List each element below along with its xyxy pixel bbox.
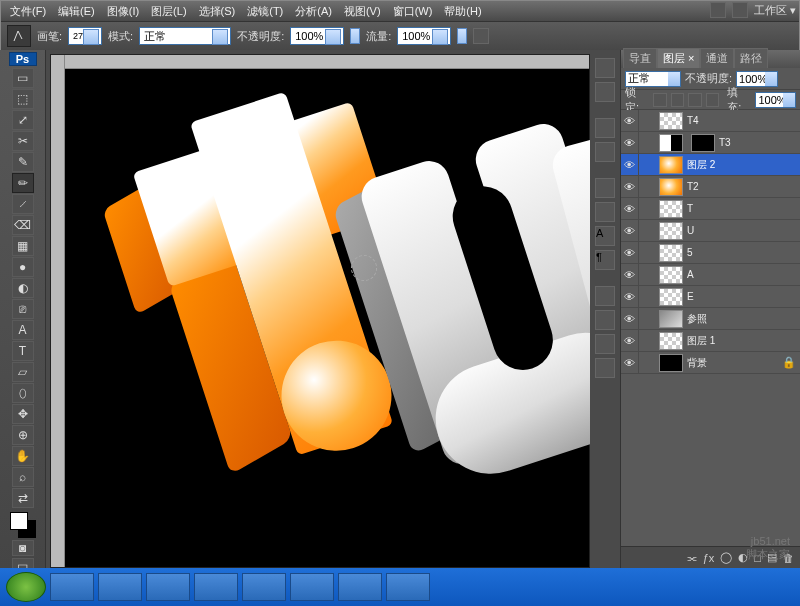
visibility-icon[interactable]: 👁 (621, 198, 639, 220)
workspace-menu[interactable]: 工作区 ▾ (754, 3, 796, 18)
opacity-stepper[interactable] (350, 28, 360, 44)
tool-16[interactable]: ✥ (12, 404, 34, 424)
visibility-icon[interactable]: 👁 (621, 308, 639, 330)
layer-row[interactable]: 👁T4 (621, 110, 800, 132)
color-icon[interactable] (595, 82, 615, 102)
navigator-icon[interactable] (595, 58, 615, 78)
layer-row[interactable]: 👁U (621, 220, 800, 242)
swatches-icon[interactable] (595, 118, 615, 138)
tab-navigator[interactable]: 导直 (623, 48, 657, 68)
menu-help[interactable]: 帮助(H) (439, 2, 486, 21)
color-swatches[interactable]: ◙ ▭ (10, 512, 36, 574)
menu-select[interactable]: 选择(S) (194, 2, 241, 21)
tool-10[interactable]: ◐ (12, 278, 34, 298)
menu-image[interactable]: 图像(I) (102, 2, 144, 21)
tool-1[interactable]: ⬚ (12, 89, 34, 109)
menu-window[interactable]: 窗口(W) (388, 2, 438, 21)
quickmask-icon[interactable]: ◙ (12, 540, 34, 556)
tool-8[interactable]: ▦ (12, 236, 34, 256)
tool-3[interactable]: ✂ (12, 131, 34, 151)
visibility-icon[interactable]: 👁 (621, 330, 639, 352)
tool-20[interactable]: ⇄ (12, 488, 34, 508)
actions-icon[interactable] (595, 202, 615, 222)
tool-11[interactable]: ⎚ (12, 299, 34, 319)
layer-fx-icon[interactable]: ƒx (703, 552, 715, 564)
tool-15[interactable]: ⬯ (12, 383, 34, 403)
tool-0[interactable]: ▭ (12, 68, 34, 88)
taskbar-item[interactable] (338, 573, 382, 601)
visibility-icon[interactable]: 👁 (621, 132, 639, 154)
current-tool-icon[interactable] (7, 25, 31, 47)
layercomp-icon[interactable] (595, 358, 615, 378)
visibility-icon[interactable]: 👁 (621, 110, 639, 132)
blend-mode-select[interactable]: 正常 (625, 71, 681, 87)
layer-row[interactable]: 👁T (621, 198, 800, 220)
flow-stepper[interactable] (457, 28, 467, 44)
tab-layers[interactable]: 图层 × (657, 48, 700, 68)
tool-presets-icon[interactable] (595, 334, 615, 354)
taskbar-item[interactable] (146, 573, 190, 601)
tool-4[interactable]: ✎ (12, 152, 34, 172)
visibility-icon[interactable]: 👁 (621, 264, 639, 286)
fill-field[interactable]: 100% (755, 92, 796, 108)
lock-trans-icon[interactable] (653, 93, 667, 107)
mode-select[interactable]: 正常 (139, 27, 231, 45)
fg-swatch[interactable] (10, 512, 28, 530)
lock-pixels-icon[interactable] (671, 93, 685, 107)
arrange-icon[interactable] (732, 2, 748, 18)
tool-6[interactable]: ⟋ (12, 194, 34, 214)
layer-row[interactable]: 👁A (621, 264, 800, 286)
visibility-icon[interactable]: 👁 (621, 176, 639, 198)
layer-row[interactable]: 👁T2 (621, 176, 800, 198)
visibility-icon[interactable]: 👁 (621, 220, 639, 242)
visibility-icon[interactable]: 👁 (621, 286, 639, 308)
history-icon[interactable] (595, 178, 615, 198)
tool-14[interactable]: ▱ (12, 362, 34, 382)
tool-12[interactable]: A (12, 320, 34, 340)
brushes-icon[interactable] (595, 286, 615, 306)
tool-19[interactable]: ⌕ (12, 467, 34, 487)
tool-17[interactable]: ⊕ (12, 425, 34, 445)
layer-row[interactable]: 👁图层 2 (621, 154, 800, 176)
visibility-icon[interactable]: 👁 (621, 242, 639, 264)
tab-channels[interactable]: 通道 (700, 48, 734, 68)
airbrush-icon[interactable] (473, 28, 489, 44)
flow-field[interactable]: 100% (397, 27, 451, 45)
tool-18[interactable]: ✋ (12, 446, 34, 466)
layer-row[interactable]: 👁E (621, 286, 800, 308)
styles-icon[interactable] (595, 142, 615, 162)
char-icon[interactable]: A (595, 226, 615, 246)
layer-mask-icon[interactable]: ◯ (720, 551, 732, 564)
taskbar-item[interactable] (242, 573, 286, 601)
tool-2[interactable]: ⤢ (12, 110, 34, 130)
layer-row[interactable]: 👁图层 1 (621, 330, 800, 352)
taskbar-item[interactable] (98, 573, 142, 601)
layer-opacity-field[interactable]: 100% (736, 71, 778, 87)
taskbar-item[interactable] (386, 573, 430, 601)
menu-filter[interactable]: 滤镜(T) (242, 2, 288, 21)
layer-row[interactable]: 👁5 (621, 242, 800, 264)
clone-icon[interactable] (595, 310, 615, 330)
taskbar-item[interactable] (194, 573, 238, 601)
menu-layer[interactable]: 图层(L) (146, 2, 191, 21)
visibility-icon[interactable]: 👁 (621, 352, 639, 374)
taskbar-item[interactable] (290, 573, 334, 601)
start-button[interactable] (6, 572, 46, 602)
tab-paths[interactable]: 路径 (734, 48, 768, 68)
layer-row[interactable]: 👁T3 (621, 132, 800, 154)
tool-9[interactable]: ● (12, 257, 34, 277)
taskbar-item[interactable] (50, 573, 94, 601)
brush-size-picker[interactable]: 27 (68, 27, 102, 45)
menu-view[interactable]: 视图(V) (339, 2, 386, 21)
layer-row[interactable]: 👁背景🔒 (621, 352, 800, 374)
screen-mode-icon[interactable] (710, 2, 726, 18)
ps-logo-icon[interactable]: Ps (9, 52, 37, 66)
tool-5[interactable]: ✏ (12, 173, 34, 193)
tool-13[interactable]: T (12, 341, 34, 361)
opacity-field[interactable]: 100% (290, 27, 344, 45)
menu-file[interactable]: 文件(F) (5, 2, 51, 21)
visibility-icon[interactable]: 👁 (621, 154, 639, 176)
document-canvas[interactable] (50, 54, 590, 568)
lock-pos-icon[interactable] (688, 93, 702, 107)
menu-edit[interactable]: 编辑(E) (53, 2, 100, 21)
